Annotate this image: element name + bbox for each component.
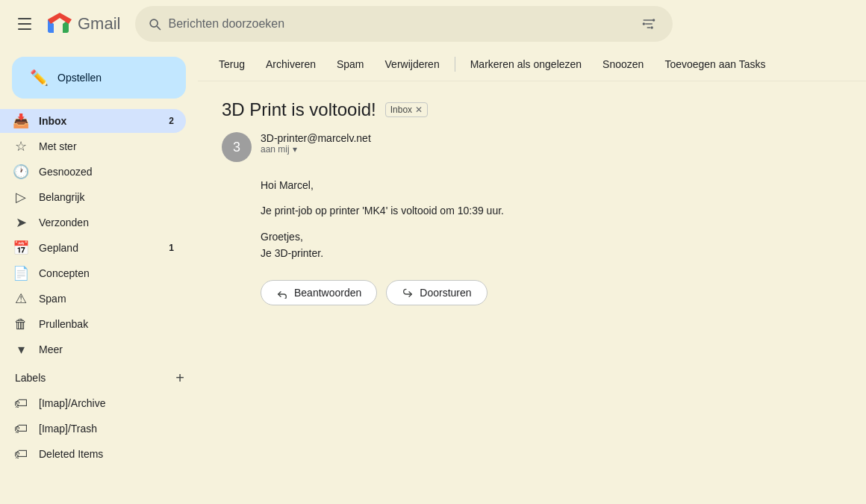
svg-rect-1 xyxy=(18,23,31,25)
sidebar-item-drafts[interactable]: 📄 Concepten xyxy=(0,261,186,285)
reply-label: Beantwoorden xyxy=(294,287,361,299)
archive-button[interactable]: Archiveren xyxy=(257,54,325,75)
content-area: Terug Archiveren Spam Verwijderen Marker… xyxy=(198,48,866,504)
reply-area: Beantwoorden Doorsturen xyxy=(222,280,842,305)
important-icon: ▷ xyxy=(12,189,30,205)
inbox-tag-label: Inbox xyxy=(390,105,412,115)
gmail-g-icon xyxy=(46,10,73,37)
spam-icon: ⚠ xyxy=(12,290,30,307)
svg-point-3 xyxy=(652,19,655,21)
sidebar-item-spam-label: Spam xyxy=(39,293,174,305)
email-subject-line: 3D Print is voltooid! Inbox ✕ xyxy=(222,99,842,120)
sender-name: 3D-printer@marcelv.net xyxy=(261,132,842,144)
sidebar-item-more-label: Meer xyxy=(39,343,174,355)
delete-button[interactable]: Verwijderen xyxy=(376,54,449,75)
recipient-line[interactable]: aan mij ▾ xyxy=(261,144,842,155)
sidebar-item-scheduled[interactable]: 📅 Gepland 1 xyxy=(0,236,186,260)
svg-rect-2 xyxy=(18,28,31,30)
sidebar-item-inbox-badge: 2 xyxy=(169,116,174,126)
snooze-icon: 🕐 xyxy=(12,164,30,180)
scheduled-icon: 📅 xyxy=(12,240,30,256)
labels-section-header: Labels + xyxy=(0,363,198,390)
body-line1: Je print-job op printer 'MK4' is voltooi… xyxy=(261,202,842,219)
email-view: 3D Print is voltooid! Inbox ✕ 3 3D-print… xyxy=(198,81,866,504)
sidebar-item-inbox-label: Inbox xyxy=(39,115,160,127)
gmail-logo-area[interactable]: Gmail xyxy=(46,10,120,37)
sidebar-item-more[interactable]: ▾ Meer xyxy=(0,337,186,361)
drafts-icon: 📄 xyxy=(12,265,30,281)
sidebar-item-sent[interactable]: ➤ Verzonden xyxy=(0,211,186,234)
forward-button[interactable]: Doorsturen xyxy=(386,280,487,305)
sidebar-item-important[interactable]: ▷ Belangrijk xyxy=(0,185,186,209)
inbox-icon: 📥 xyxy=(12,113,30,129)
search-input[interactable] xyxy=(168,17,631,31)
sidebar-item-imap-archive-label: [Imap]/Archive xyxy=(39,397,174,409)
forward-label: Doorsturen xyxy=(420,287,471,299)
sidebar-item-sent-label: Verzonden xyxy=(39,217,174,228)
sidebar: ✏️ Opstellen 📥 Inbox 2 ☆ Met ster 🕐 Gesn… xyxy=(0,48,198,504)
gmail-wordmark: Gmail xyxy=(78,14,120,34)
sidebar-item-imap-trash[interactable]: 🏷 [Imap]/Trash xyxy=(0,417,186,441)
sidebar-item-inbox[interactable]: 📥 Inbox 2 xyxy=(0,109,186,133)
avatar: 3 xyxy=(222,132,252,162)
sidebar-item-snoozed[interactable]: 🕐 Gesnoozed xyxy=(0,160,186,184)
email-body: Hoi Marcel, Je print-job op printer 'MK4… xyxy=(222,177,842,262)
trash-icon: 🗑 xyxy=(12,317,30,332)
sidebar-item-spam[interactable]: ⚠ Spam xyxy=(0,287,186,311)
email-meta: 3D-printer@marcelv.net aan mij ▾ xyxy=(261,132,842,155)
body-closing: Groetjes, xyxy=(261,231,303,243)
inbox-tag: Inbox ✕ xyxy=(385,102,428,117)
avatar-letter: 3 xyxy=(233,140,240,155)
svg-rect-0 xyxy=(18,18,31,19)
labels-add-button[interactable]: + xyxy=(174,369,186,387)
menu-button[interactable] xyxy=(12,11,37,37)
sidebar-item-trash-label: Prullenbak xyxy=(39,318,174,330)
svg-point-5 xyxy=(651,26,653,28)
sidebar-item-starred-label: Met ster xyxy=(39,140,174,152)
search-filter-button[interactable] xyxy=(637,12,661,36)
sent-icon: ➤ xyxy=(12,214,30,231)
spam-button[interactable]: Spam xyxy=(328,54,373,75)
star-icon: ☆ xyxy=(12,138,30,155)
hamburger-icon xyxy=(18,17,31,31)
action-divider xyxy=(455,57,455,72)
svg-point-4 xyxy=(643,22,645,25)
sidebar-item-deleted-items-label: Deleted Items xyxy=(39,448,174,460)
filter-icon xyxy=(641,16,656,31)
sidebar-item-scheduled-badge: 1 xyxy=(169,243,174,253)
sidebar-item-scheduled-label: Gepland xyxy=(39,242,160,254)
back-button[interactable]: Terug xyxy=(210,54,254,75)
forward-icon xyxy=(402,287,414,299)
action-bar: Terug Archiveren Spam Verwijderen Marker… xyxy=(198,48,866,81)
sidebar-item-imap-archive[interactable]: 🏷 [Imap]/Archive xyxy=(0,391,186,415)
sidebar-item-trash[interactable]: 🗑 Prullenbak xyxy=(0,312,186,336)
email-subject: 3D Print is voltooid! xyxy=(222,99,376,120)
reply-icon xyxy=(276,287,288,299)
body-greeting: Hoi Marcel, xyxy=(261,177,842,193)
compose-button[interactable]: ✏️ Opstellen xyxy=(12,57,186,99)
email-header: 3 3D-printer@marcelv.net aan mij ▾ xyxy=(222,132,842,162)
sidebar-item-deleted-items[interactable]: 🏷 Deleted Items xyxy=(0,442,186,466)
main-layout: ✏️ Opstellen 📥 Inbox 2 ☆ Met ster 🕐 Gesn… xyxy=(0,48,866,504)
mark-unread-button[interactable]: Markeren als ongelezen xyxy=(461,54,591,75)
snooze-button[interactable]: Snoozen xyxy=(594,54,652,75)
sidebar-item-drafts-label: Concepten xyxy=(39,267,174,279)
sidebar-item-imap-trash-label: [Imap]/Trash xyxy=(39,423,174,435)
reply-button[interactable]: Beantwoorden xyxy=(261,280,377,305)
compose-icon: ✏️ xyxy=(30,69,49,87)
recipient-label: aan mij xyxy=(261,144,290,155)
sidebar-item-important-label: Belangrijk xyxy=(39,191,174,203)
deleted-items-icon: 🏷 xyxy=(12,447,30,462)
compose-label: Opstellen xyxy=(57,72,102,84)
search-icon xyxy=(147,16,162,31)
body-signature: Je 3D-printer. xyxy=(261,247,323,259)
topbar: Gmail xyxy=(0,0,866,48)
search-bar[interactable] xyxy=(135,6,673,42)
add-to-tasks-button[interactable]: Toevoegen aan Tasks xyxy=(655,54,774,75)
sidebar-item-starred[interactable]: ☆ Met ster xyxy=(0,134,186,158)
more-icon: ▾ xyxy=(12,341,30,358)
inbox-tag-close[interactable]: ✕ xyxy=(415,105,423,115)
show-details-icon[interactable]: ▾ xyxy=(293,144,297,155)
sidebar-item-snoozed-label: Gesnoozed xyxy=(39,166,174,178)
imap-trash-icon: 🏷 xyxy=(12,421,30,437)
